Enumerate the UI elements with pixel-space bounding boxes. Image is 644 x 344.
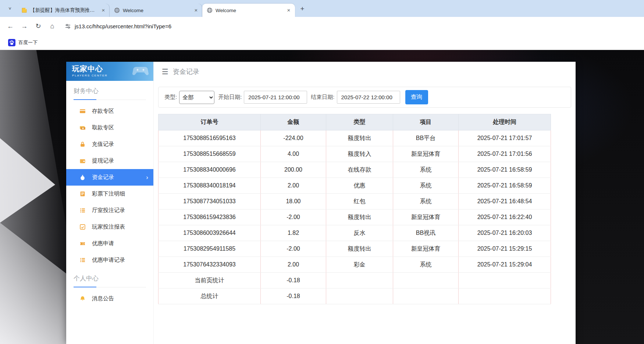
sidebar-item[interactable]: 消息公告: [66, 290, 153, 307]
bookmark-baidu[interactable]: 百度一下: [5, 37, 40, 48]
table-cell: 1753087734051033: [159, 194, 261, 209]
table-cell: 1753082954911585: [159, 241, 261, 257]
column-header: 订单号: [159, 114, 261, 130]
tab-title: Welcome: [123, 8, 190, 13]
sidebar-item[interactable]: 取款专区: [66, 119, 153, 136]
sidebar-item[interactable]: 玩家投注报表: [66, 219, 153, 235]
table-row: 17530885156685594.00额度转入新皇冠体育2025-07-21 …: [159, 146, 551, 162]
table-cell: 系统: [393, 257, 459, 273]
table-cell: 系统: [393, 194, 459, 209]
hamburger-icon[interactable]: ☰: [162, 67, 168, 76]
sidebar-item-label: 资金记录: [92, 174, 114, 181]
table-cell: 当前页统计: [159, 273, 261, 289]
sidebar-item-label: 优惠申请: [92, 240, 114, 247]
sidebar-item[interactable]: 优惠申请记录: [66, 252, 153, 268]
note-icon: [21, 7, 27, 13]
tab-title: 【新提醒】海燕体育预测推荐区: [30, 7, 97, 14]
funds-table: 订单号金额类型项目处理时间 1753088516595163-224.00额度转…: [158, 114, 551, 304]
sidebar-item-label: 取款专区: [92, 124, 114, 131]
sidebar-item-label: 消息公告: [92, 295, 114, 302]
filter-bar: 类型: 全部 开始日期: 结束日期: 查询: [158, 87, 571, 108]
table-cell: 2025-07-21 16:20:03: [459, 225, 551, 241]
forward-button[interactable]: →: [18, 19, 31, 33]
query-button[interactable]: 查询: [405, 90, 428, 104]
table-cell: 1.82: [261, 225, 326, 241]
table-cell: BB视讯: [393, 225, 459, 241]
table-cell: 1753088340000696: [159, 162, 261, 178]
table-row: 175308773405103318.00红包系统2025-07-21 16:4…: [159, 194, 551, 209]
start-date-input[interactable]: [244, 91, 307, 104]
table-row: 1753082954911585-2.00额度转出新皇冠体育2025-07-21…: [159, 241, 551, 257]
end-date-label: 结束日期:: [311, 94, 334, 101]
table-cell: 18.00: [261, 194, 326, 209]
ticket-icon: [79, 240, 86, 247]
sidebar-section-label: 个人中心: [74, 274, 146, 287]
browser-tab[interactable]: 【新提醒】海燕体育预测推荐区 ×: [17, 4, 110, 17]
safe-icon: [79, 141, 86, 148]
table-cell: 2025-07-21 16:58:59: [459, 178, 551, 194]
table-cell: 新皇冠体育: [393, 146, 459, 162]
list-icon: [79, 207, 86, 214]
sidebar-item[interactable]: 存款专区: [66, 103, 153, 119]
table-cell: 2025-07-21 17:01:57: [459, 130, 551, 146]
baidu-icon: [8, 39, 15, 46]
sidebar-item[interactable]: 彩票下注明细: [66, 186, 153, 202]
sidebar-item[interactable]: 充值记录: [66, 136, 153, 153]
back-button[interactable]: ←: [4, 19, 17, 33]
tab-close-icon[interactable]: ×: [285, 7, 292, 14]
tab-list: 【新提醒】海燕体育预测推荐区 × Welcome × Welcome ×: [17, 0, 295, 17]
home-button[interactable]: ⌂: [46, 19, 59, 33]
browser-tab[interactable]: Welcome ×: [202, 4, 295, 17]
new-tab-button[interactable]: +: [297, 4, 307, 14]
table-cell: 反水: [326, 225, 393, 241]
table-cell: [326, 273, 393, 289]
sidebar-item[interactable]: 提现记录: [66, 153, 153, 169]
bell-icon: [79, 295, 86, 302]
table-cell: 新皇冠体育: [393, 209, 459, 225]
table-row: 1753086159423836-2.00额度转出新皇冠体育2025-07-21…: [159, 209, 551, 225]
table-cell: 优惠: [326, 178, 393, 194]
site-info-icon[interactable]: [65, 23, 71, 29]
table-cell: 2025-07-21 16:58:59: [459, 162, 551, 178]
bookmark-label: 百度一下: [18, 39, 38, 46]
table-cell: 2025-07-21 15:29:04: [459, 257, 551, 273]
main-content: ☰ 资金记录 类型: 全部 开始日期: 结束日期: 查询: [154, 62, 576, 344]
table-cell: -2.00: [261, 209, 326, 225]
table-cell: 1753076432334093: [159, 257, 261, 273]
table-cell: 彩金: [326, 257, 393, 273]
browser-tab[interactable]: Welcome ×: [110, 4, 202, 17]
table-cell: [393, 289, 459, 304]
url-text[interactable]: js13.cc/hhcp/usercenter.html?iniType=6: [75, 23, 171, 29]
table-row: 当前页统计-0.18: [159, 273, 551, 289]
end-date-input[interactable]: [337, 91, 400, 104]
doc-icon: [79, 191, 86, 197]
type-select[interactable]: 全部: [179, 91, 214, 104]
table-cell: [459, 289, 551, 304]
sidebar-item[interactable]: 资金记录 ›: [66, 169, 153, 186]
player-center-panel: 玩家中心 PLAYERS CENTER 财务中心 存款专区 取款专区 充值记录 …: [66, 62, 576, 344]
table-row: 17530764323340932.00彩金系统2025-07-21 15:29…: [159, 257, 551, 273]
navigation-bar: ← → ↻ ⌂ js13.cc/hhcp/usercenter.html?ini…: [0, 17, 644, 35]
tab-strip: ˅ 【新提醒】海燕体育预测推荐区 × Welcome × Welcome × +: [0, 0, 644, 17]
column-header: 类型: [326, 114, 393, 130]
page-title: 资金记录: [173, 67, 199, 76]
table-cell: 2025-07-21 16:48:54: [459, 194, 551, 209]
table-cell: 1753086159423836: [159, 209, 261, 225]
sidebar-item-label: 充值记录: [92, 141, 114, 148]
sidebar-item[interactable]: 厅室投注记录: [66, 202, 153, 219]
chevron-right-icon: ›: [146, 174, 148, 181]
table-cell: 系统: [393, 162, 459, 178]
table-cell: 2.00: [261, 257, 326, 273]
table-row: 总统计-0.18: [159, 289, 551, 304]
refresh-button[interactable]: ↻: [32, 19, 45, 33]
sidebar-item[interactable]: 优惠申请: [66, 235, 153, 252]
gamepad-icon: [132, 65, 149, 78]
tab-close-icon[interactable]: ×: [193, 7, 199, 14]
address-bar[interactable]: js13.cc/hhcp/usercenter.html?iniType=6: [60, 19, 640, 33]
table-cell: 2025-07-21 15:29:15: [459, 241, 551, 257]
tab-close-icon[interactable]: ×: [100, 7, 107, 14]
tab-search-button[interactable]: ˅: [4, 3, 15, 14]
table-cell: [459, 273, 551, 289]
browser-window: ˅ 【新提醒】海燕体育预测推荐区 × Welcome × Welcome × +…: [0, 0, 644, 344]
table-cell: 1753086003926644: [159, 225, 261, 241]
